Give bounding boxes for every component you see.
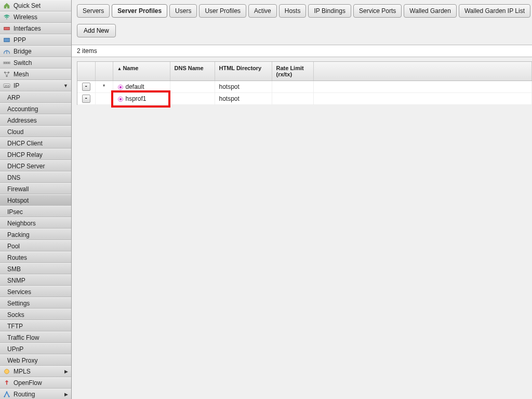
add-new-button[interactable]: Add New	[77, 24, 116, 37]
row-disable-button[interactable]: -	[82, 95, 90, 103]
sidebar-item-label: MPLS	[14, 366, 31, 377]
sidebar-item-ppp[interactable]: PPP	[0, 34, 71, 46]
sidebar-sub-cloud[interactable]: Cloud	[0, 126, 71, 137]
col-flag[interactable]	[95, 62, 113, 81]
sidebar-item-label: Routing	[14, 389, 35, 399]
table-wrap: ▲Name DNS Name HTML Directory Rate Limit…	[77, 61, 532, 105]
sidebar-item-label: OpenFlow	[14, 377, 42, 389]
col-rate[interactable]: Rate Limit (rx/tx)	[272, 62, 313, 81]
sidebar-item-label: Interfaces	[14, 23, 41, 34]
sidebar-sub-addresses[interactable]: Addresses	[0, 114, 71, 126]
col-html[interactable]: HTML Directory	[215, 62, 272, 81]
sidebar-sub-upnp[interactable]: UPnP	[0, 343, 71, 354]
sidebar-sub-hotspot[interactable]: Hotspot	[0, 194, 71, 206]
svg-rect-5	[8, 62, 9, 63]
sidebar-item-wireless[interactable]: Wireless	[0, 11, 71, 23]
col-name[interactable]: ▲Name	[113, 62, 170, 81]
sidebar-item-openflow[interactable]: OpenFlow	[0, 377, 71, 389]
tab-service-ports[interactable]: Service Ports	[353, 4, 402, 18]
sidebar-sub-socks[interactable]: Socks	[0, 309, 71, 320]
sidebar-item-mesh[interactable]: Mesh	[0, 69, 71, 80]
iface-icon	[3, 25, 10, 32]
col-spacer	[313, 62, 532, 81]
sidebar-item-bridge[interactable]: Bridge	[0, 46, 71, 57]
sidebar-sub-traffic-flow[interactable]: Traffic Flow	[0, 331, 71, 343]
sidebar-sub-dhcp-server[interactable]: DHCP Server	[0, 160, 71, 171]
ppp-icon	[3, 36, 10, 44]
sidebar-item-label: Switch	[14, 57, 32, 69]
svg-rect-1	[4, 38, 10, 42]
items-count: 2 items	[72, 45, 532, 57]
row-spacer	[313, 81, 532, 93]
wifi-icon	[3, 14, 10, 21]
sidebar-item-label: Wireless	[14, 11, 37, 23]
sidebar-item-routing[interactable]: Routing▶	[0, 389, 71, 399]
mesh-icon	[3, 71, 10, 78]
table-row[interactable]: -*defaulthotspot	[77, 81, 532, 93]
sidebar-item-ip[interactable]: 255IP▼	[0, 80, 71, 91]
tab-bar: ServersServer ProfilesUsersUser Profiles…	[72, 0, 532, 21]
row-name-cell[interactable]: hsprof1	[113, 93, 170, 105]
sidebar-sub-smb[interactable]: SMB	[0, 263, 71, 274]
col-action[interactable]	[77, 62, 95, 81]
tab-active[interactable]: Active	[248, 4, 277, 18]
svg-point-13	[8, 396, 10, 397]
col-html-label: HTML Directory	[219, 65, 262, 71]
sidebar-item-label: IP	[14, 80, 19, 91]
routing-icon	[3, 391, 10, 398]
col-name-label: Name	[123, 65, 138, 71]
sidebar: Quick SetWirelessInterfacesPPPBridgeSwit…	[0, 0, 72, 399]
sidebar-sub-dhcp-relay[interactable]: DHCP Relay	[0, 149, 71, 160]
sidebar-sub-dhcp-client[interactable]: DHCP Client	[0, 137, 71, 149]
sidebar-sub-neighbors[interactable]: Neighbors	[0, 217, 71, 229]
svg-point-14	[6, 391, 8, 393]
sidebar-sub-packing[interactable]: Packing	[0, 229, 71, 240]
sidebar-sub-pool[interactable]: Pool	[0, 240, 71, 251]
sidebar-sub-ipsec[interactable]: IPsec	[0, 206, 71, 217]
sidebar-sub-web-proxy[interactable]: Web Proxy	[0, 354, 71, 366]
svg-point-18	[119, 98, 122, 101]
row-name: hsprof1	[126, 95, 147, 102]
sidebar-sub-dns[interactable]: DNS	[0, 171, 71, 183]
sidebar-sub-settings[interactable]: Settings	[0, 297, 71, 309]
tab-servers[interactable]: Servers	[77, 4, 110, 18]
row-name-cell[interactable]: default	[113, 81, 170, 93]
tab-walled-garden-ip-list[interactable]: Walled Garden IP List	[459, 4, 530, 18]
tab-user-profiles[interactable]: User Profiles	[199, 4, 246, 18]
row-html: hotspot	[215, 81, 272, 93]
tab-walled-garden[interactable]: Walled Garden	[404, 4, 457, 18]
svg-text:255: 255	[4, 84, 10, 88]
chevron-right-icon: ▶	[64, 366, 68, 377]
svg-rect-0	[4, 27, 10, 30]
sidebar-sub-arp[interactable]: ARP	[0, 91, 71, 103]
svg-point-12	[4, 396, 5, 397]
sidebar-sub-firewall[interactable]: Firewall	[0, 183, 71, 194]
tab-hosts[interactable]: Hosts	[279, 4, 307, 18]
row-rate	[272, 93, 313, 105]
col-dns[interactable]: DNS Name	[170, 62, 215, 81]
sidebar-sub-tftp[interactable]: TFTP	[0, 320, 71, 331]
sidebar-item-quick-set[interactable]: Quick Set	[0, 0, 71, 11]
sidebar-sub-routes[interactable]: Routes	[0, 251, 71, 263]
svg-point-11	[5, 369, 9, 374]
sidebar-sub-services[interactable]: Services	[0, 286, 71, 297]
sidebar-sub-accounting[interactable]: Accounting	[0, 103, 71, 114]
svg-rect-4	[6, 62, 7, 63]
sidebar-item-label: Mesh	[14, 69, 29, 80]
profiles-table: ▲Name DNS Name HTML Directory Rate Limit…	[77, 62, 532, 105]
tab-server-profiles[interactable]: Server Profiles	[112, 4, 167, 18]
mpls-icon	[3, 368, 10, 375]
table-row[interactable]: -hsprof1hotspot	[77, 93, 532, 105]
row-dns	[170, 93, 215, 105]
tab-users[interactable]: Users	[169, 4, 197, 18]
sidebar-item-interfaces[interactable]: Interfaces	[0, 23, 71, 34]
tab-ip-bindings[interactable]: IP Bindings	[308, 4, 351, 18]
row-spacer	[313, 93, 532, 105]
sidebar-sub-snmp[interactable]: SNMP	[0, 274, 71, 286]
row-flag	[95, 93, 113, 105]
row-flag: *	[95, 81, 113, 93]
svg-rect-3	[5, 62, 6, 63]
sidebar-item-mpls[interactable]: MPLS▶	[0, 366, 71, 377]
sidebar-item-switch[interactable]: Switch	[0, 57, 71, 69]
row-disable-button[interactable]: -	[82, 83, 90, 91]
